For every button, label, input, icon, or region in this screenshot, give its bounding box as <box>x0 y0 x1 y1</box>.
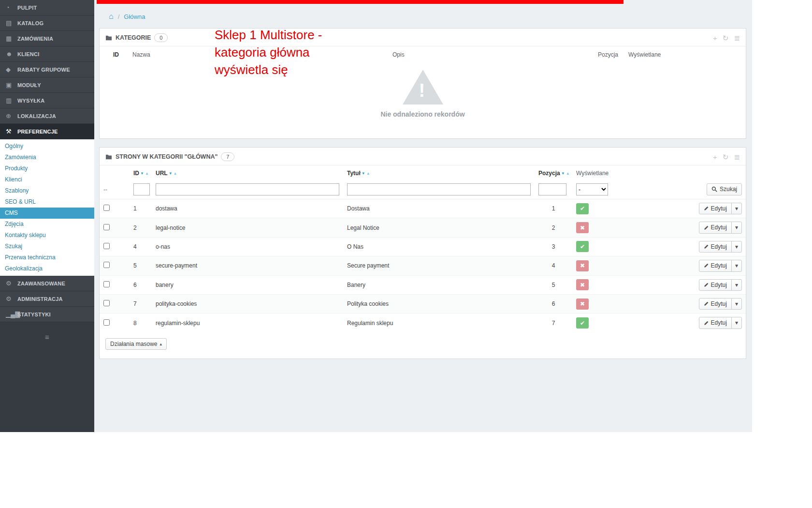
search-button[interactable]: Szukaj <box>707 183 742 195</box>
edit-button[interactable]: Edytuj <box>699 260 732 271</box>
row-checkbox[interactable] <box>103 262 110 268</box>
sidebar-subitem-szukaj[interactable]: Szukaj <box>0 241 94 252</box>
edit-dropdown-button[interactable]: ▾ <box>731 279 742 291</box>
edit-button[interactable]: Edytuj <box>699 203 732 214</box>
row-checkbox[interactable] <box>103 281 110 287</box>
sidebar-item-rabaty-grupowe[interactable]: ◆RABATY GRUPOWE <box>0 62 94 77</box>
sidebar-item-preferencje[interactable]: ⚒PREFERENCJE <box>0 124 94 139</box>
pencil-icon <box>704 206 709 211</box>
sidebar-subitem-ogólny[interactable]: Ogólny <box>0 141 94 152</box>
edit-dropdown-button[interactable]: ▾ <box>731 317 742 329</box>
sidebar-item-pulpit[interactable]: ◔PULPIT <box>0 0 94 15</box>
sidebar-subitem-zamówienia[interactable]: Zamówienia <box>0 152 94 163</box>
refresh-icon[interactable]: ↻ <box>723 153 729 161</box>
filter-id-input[interactable] <box>133 183 150 195</box>
filter-position-input[interactable] <box>538 183 566 195</box>
sort-asc-icon[interactable]: ▲ <box>566 171 570 176</box>
preferences-wrench-icon: ⚒ <box>6 128 17 135</box>
cell-title: Legal Notice <box>343 218 535 237</box>
sidebar-subitem-seo-url[interactable]: SEO & URL <box>0 196 94 208</box>
sort-asc-icon[interactable]: ▲ <box>145 171 149 176</box>
row-checkbox[interactable] <box>103 319 110 326</box>
cell-id: 2 <box>130 218 152 237</box>
filter-title-input[interactable] <box>347 183 531 195</box>
sidebar-subitem-klienci[interactable]: Klienci <box>0 174 94 185</box>
displayed-on-button[interactable]: ✔ <box>576 317 589 329</box>
row-checkbox[interactable] <box>103 243 110 249</box>
row-checkbox[interactable] <box>103 300 110 306</box>
edit-button[interactable]: Edytuj <box>699 298 732 310</box>
sidebar-item-wysyłka[interactable]: ▥WYSYŁKA <box>0 93 94 108</box>
sort-desc-icon[interactable]: ▼ <box>140 171 144 176</box>
collapse-sidebar-button[interactable]: ≡ <box>0 333 94 341</box>
sidebar-subitem-cms[interactable]: CMS <box>0 208 94 219</box>
sort-desc-icon[interactable]: ▼ <box>561 171 565 176</box>
sidebar-subitem-zdjęcia[interactable]: Zdjęcia <box>0 219 94 230</box>
bulk-actions-button[interactable]: Działania masowe ▴ <box>105 338 167 350</box>
sidebar-item-katalog[interactable]: ▤KATALOG <box>0 15 94 31</box>
displayed-on-button[interactable]: ✔ <box>576 241 589 252</box>
sidebar-item-zamówienia[interactable]: ▦ZAMÓWIENIA <box>0 31 94 46</box>
sidebar-subitem-kontakty-sklepu[interactable]: Kontakty sklepu <box>0 230 94 241</box>
edit-button-label: Edytuj <box>711 262 727 269</box>
categories-count-badge: 0 <box>154 33 168 42</box>
sidebar-subitem-przerwa-techniczna[interactable]: Przerwa techniczna <box>0 252 94 263</box>
displayed-on-button[interactable]: ✔ <box>576 203 589 214</box>
sort-asc-icon[interactable]: ▲ <box>174 171 177 176</box>
edit-button[interactable]: Edytuj <box>699 317 732 329</box>
edit-button[interactable]: Edytuj <box>699 279 732 291</box>
edit-button[interactable]: Edytuj <box>699 241 732 253</box>
cell-id: 6 <box>130 275 152 294</box>
column-header-opis: Opis <box>389 46 594 63</box>
edit-dropdown-button[interactable]: ▾ <box>731 241 742 253</box>
add-icon[interactable]: + <box>713 153 717 161</box>
cell-title: Regulamin sklepu <box>343 314 535 332</box>
displayed-off-button[interactable]: ✖ <box>576 260 589 271</box>
refresh-icon[interactable]: ↻ <box>723 34 729 42</box>
empty-state-text: Nie odnaleziono rekordów <box>100 110 746 118</box>
edit-button[interactable]: Edytuj <box>699 222 732 233</box>
edit-dropdown-button[interactable]: ▾ <box>731 298 742 310</box>
home-icon[interactable]: ⌂ <box>109 13 114 20</box>
displayed-off-button[interactable]: ✖ <box>576 279 589 290</box>
filter-url-input[interactable] <box>156 183 339 195</box>
filter-displayed-select[interactable]: - <box>576 183 608 195</box>
stack-icon[interactable]: ≣ <box>734 34 740 42</box>
edit-dropdown-button[interactable]: ▾ <box>731 260 742 271</box>
sort-desc-icon[interactable]: ▼ <box>362 171 365 176</box>
cell-displayed: ✔ <box>572 199 625 218</box>
sidebar-subitem-szablony[interactable]: Szablony <box>0 185 94 196</box>
edit-button-group: Edytuj▾ <box>699 279 742 291</box>
sidebar-item-klienci[interactable]: ☻KLIENCI <box>0 46 94 62</box>
sidebar-item-lokalizacja[interactable]: ⊕LOKALIZACJA <box>0 108 94 124</box>
sort-desc-icon[interactable]: ▼ <box>169 171 173 176</box>
sidebar-item-zaawansowane[interactable]: ⚙ZAAWANSOWANE <box>0 276 94 291</box>
cell-id: 4 <box>130 237 152 256</box>
caret-up-icon: ▴ <box>160 342 162 347</box>
shipping-icon: ▥ <box>6 97 17 104</box>
edit-button-label: Edytuj <box>711 205 727 212</box>
add-icon[interactable]: + <box>713 34 717 42</box>
preferences-submenu: OgólnyZamówieniaProduktyKlienciSzablonyS… <box>0 139 94 276</box>
sidebar-subitem-produkty[interactable]: Produkty <box>0 163 94 174</box>
edit-button-group: Edytuj▾ <box>699 298 742 310</box>
stack-icon[interactable]: ≣ <box>734 153 740 161</box>
pencil-icon <box>704 283 709 287</box>
edit-dropdown-button[interactable]: ▾ <box>731 222 742 233</box>
sidebar-item-moduły[interactable]: ▣MODUŁY <box>0 77 94 93</box>
row-checkbox[interactable] <box>103 205 110 211</box>
bulk-actions-label: Działania masowe <box>110 341 157 347</box>
displayed-off-button[interactable]: ✖ <box>576 222 589 233</box>
sort-asc-icon[interactable]: ▲ <box>366 171 370 176</box>
edit-dropdown-button[interactable]: ▾ <box>731 203 742 214</box>
breadcrumb-current[interactable]: Główna <box>124 13 145 20</box>
displayed-off-button[interactable]: ✖ <box>576 299 589 310</box>
breadcrumb: ⌂ / Główna <box>94 0 752 28</box>
sidebar-item-label: RABATY GRUPOWE <box>17 67 70 73</box>
sidebar-item-label: WYSYŁKA <box>17 98 44 104</box>
sidebar-item-statystyki[interactable]: ▁▄▇STATYSTYKI <box>0 307 94 322</box>
row-checkbox[interactable] <box>103 224 110 230</box>
sidebar-subitem-geolokalizacja[interactable]: Geolokalizacja <box>0 263 94 274</box>
cell-position: 4 <box>535 256 572 275</box>
sidebar-item-administracja[interactable]: ⚙ADMINISTRACJA <box>0 291 94 307</box>
